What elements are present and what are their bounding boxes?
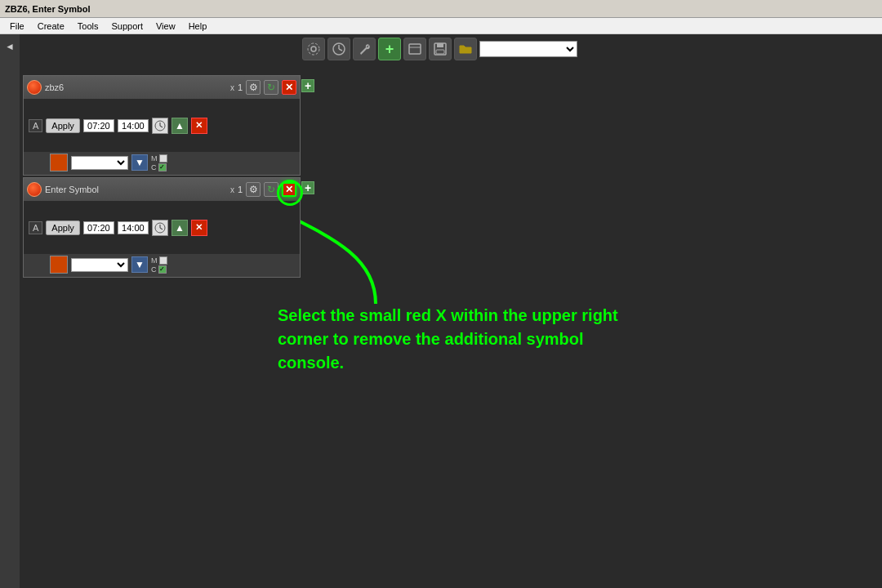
add-green-icon[interactable]: + — [378, 38, 401, 60]
menu-tools[interactable]: Tools — [71, 21, 105, 31]
zbz6-panel-row2: ▼ M C ✓ — [24, 152, 300, 175]
enter-symbol-color-swatch[interactable] — [50, 256, 68, 274]
enter-symbol-c-label: C — [151, 265, 157, 274]
menu-help[interactable]: Help — [182, 21, 214, 31]
svg-rect-6 — [409, 44, 421, 54]
zbz6-time-end[interactable] — [118, 119, 149, 132]
sidebar-toggle[interactable]: ◄ — [0, 34, 20, 588]
enter-symbol-panel-icon — [27, 182, 42, 197]
zbz6-panel-icon — [27, 80, 42, 95]
enter-symbol-a-label: A — [29, 221, 42, 234]
enter-symbol-time-end[interactable] — [118, 221, 149, 234]
annotation-text: Select the small red X within the upper … — [278, 304, 621, 375]
menu-view[interactable]: View — [149, 21, 182, 31]
enter-symbol-panel-row2: ▼ M C ✓ — [24, 254, 300, 277]
zbz6-gear-button[interactable]: ⚙ — [246, 80, 261, 95]
svg-rect-10 — [436, 50, 444, 54]
save-icon[interactable] — [429, 38, 452, 60]
title-text: ZBZ6, Enter Symbol — [5, 4, 91, 14]
menu-file[interactable]: File — [3, 21, 31, 31]
clock-small-icon — [154, 120, 166, 131]
zbz6-x-label: x — [230, 83, 234, 92]
panels-area: + zbz6 x 1 ⚙ ↻ ✕ A Apply — [23, 34, 301, 279]
zbz6-panel-title: zbz6 — [45, 82, 227, 92]
enter-symbol-down-button[interactable]: ▼ — [131, 256, 148, 273]
clock-icon[interactable] — [327, 38, 350, 60]
enter-symbol-panel: + Enter Symbol x 1 ⚙ ↻ ✕ A Apply — [23, 177, 301, 278]
zbz6-down-button[interactable]: ▼ — [131, 154, 148, 171]
svg-line-5 — [339, 49, 342, 51]
zbz6-type-dropdown[interactable] — [71, 156, 128, 170]
zbz6-c-check[interactable]: ✓ — [158, 163, 167, 172]
zbz6-clock-button[interactable] — [152, 118, 168, 134]
zbz6-panel: + zbz6 x 1 ⚙ ↻ ✕ A Apply — [23, 75, 301, 176]
enter-symbol-c-row: C ✓ — [151, 265, 167, 274]
svg-line-16 — [160, 228, 163, 229]
main-area: + ◄ + — [0, 34, 882, 588]
add-symbol-panel-button[interactable]: + — [301, 181, 314, 194]
clock-small-icon-2 — [154, 222, 166, 234]
zbz6-c-label: C — [151, 163, 157, 172]
zbz6-time-start[interactable] — [83, 119, 114, 132]
enter-symbol-m-label: M — [151, 256, 158, 265]
enter-symbol-clock-button[interactable] — [152, 220, 168, 236]
annotation-label: Select the small red X within the upper … — [278, 306, 618, 372]
enter-symbol-gear-button[interactable]: ⚙ — [246, 182, 261, 197]
add-panel-button[interactable]: + — [301, 79, 314, 92]
menu-create[interactable]: Create — [31, 21, 71, 31]
enter-symbol-x-button[interactable]: ✕ — [191, 220, 207, 236]
zbz6-apply-button[interactable]: Apply — [46, 118, 80, 133]
svg-line-13 — [160, 126, 163, 127]
zbz6-color-swatch[interactable] — [50, 154, 68, 172]
enter-symbol-refresh-button[interactable]: ↻ — [264, 182, 278, 197]
svg-rect-9 — [437, 43, 443, 47]
zbz6-panel-body: A Apply ▲ ✕ — [24, 99, 300, 152]
enter-symbol-up-button[interactable]: ▲ — [172, 220, 188, 236]
enter-symbol-apply-button[interactable]: Apply — [46, 220, 80, 235]
enter-symbol-time-start[interactable] — [83, 221, 114, 234]
enter-symbol-mc-area: M C ✓ — [151, 256, 167, 274]
zbz6-c-row: C ✓ — [151, 163, 167, 172]
settings-wheel-icon[interactable] — [302, 38, 325, 60]
zbz6-mc-area: M C ✓ — [151, 154, 167, 172]
enter-symbol-panel-title: Enter Symbol — [45, 185, 227, 194]
title-bar: ZBZ6, Enter Symbol — [0, 0, 882, 18]
svg-point-2 — [308, 43, 319, 55]
svg-point-1 — [311, 47, 316, 51]
enter-symbol-panel-header: Enter Symbol x 1 ⚙ ↻ ✕ — [24, 178, 300, 201]
zbz6-x-button[interactable]: ✕ — [191, 118, 207, 134]
folder-icon[interactable] — [454, 38, 477, 60]
zbz6-a-label: A — [29, 119, 42, 132]
enter-symbol-close-button[interactable]: ✕ — [282, 182, 296, 197]
enter-symbol-x-label: x — [230, 185, 234, 194]
zbz6-close-button[interactable]: ✕ — [282, 80, 296, 95]
menu-support[interactable]: Support — [105, 21, 149, 31]
zbz6-multiplier: 1 — [238, 82, 243, 92]
enter-symbol-panel-body: A Apply ▲ ✕ — [24, 201, 300, 254]
menu-bar: File Create Tools Support View Help — [0, 18, 882, 34]
zbz6-up-button[interactable]: ▲ — [172, 118, 188, 134]
window-icon[interactable] — [403, 38, 426, 60]
sidebar-toggle-icon: ◄ — [5, 41, 15, 52]
enter-symbol-c-check[interactable]: ✓ — [158, 265, 167, 274]
zbz6-m-check[interactable] — [159, 154, 167, 163]
enter-symbol-type-dropdown[interactable] — [71, 258, 128, 272]
toolbar-dropdown[interactable] — [479, 41, 577, 57]
enter-symbol-m-row: M — [151, 256, 167, 265]
zbz6-m-row: M — [151, 154, 167, 163]
enter-symbol-m-check[interactable] — [159, 256, 167, 265]
zbz6-m-label: M — [151, 154, 158, 163]
zbz6-panel-header: zbz6 x 1 ⚙ ↻ ✕ — [24, 76, 300, 99]
enter-symbol-multiplier: 1 — [238, 185, 243, 194]
zbz6-refresh-button[interactable]: ↻ — [264, 80, 278, 95]
wrench-icon[interactable] — [353, 38, 376, 60]
